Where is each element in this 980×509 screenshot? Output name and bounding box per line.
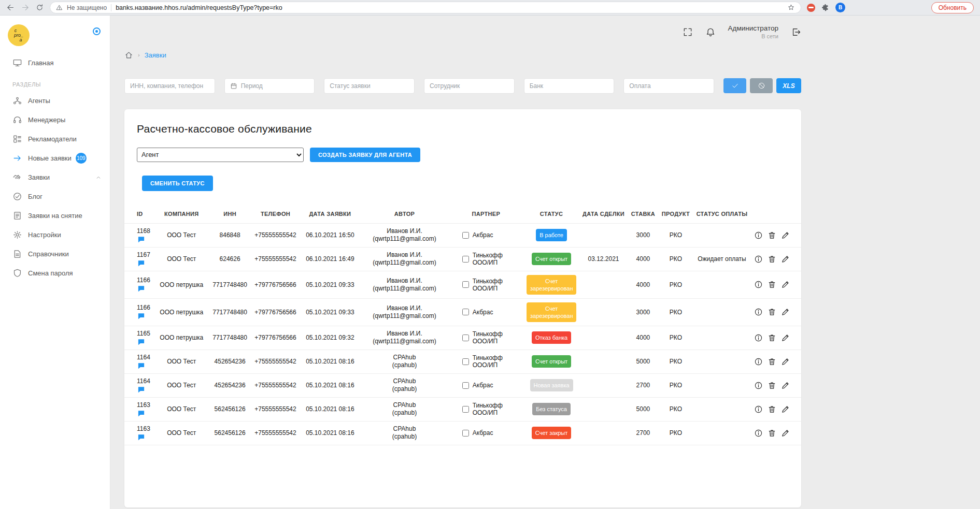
delete-icon[interactable] <box>768 381 776 390</box>
query-filter-input[interactable] <box>130 82 209 90</box>
fullscreen-icon[interactable] <box>683 27 693 37</box>
delete-icon[interactable] <box>768 308 776 316</box>
edit-icon[interactable] <box>781 255 790 264</box>
browser-profile-avatar[interactable]: B <box>835 3 845 12</box>
delete-icon[interactable] <box>768 333 776 342</box>
edit-icon[interactable] <box>781 429 790 438</box>
info-icon[interactable] <box>754 255 763 264</box>
edit-icon[interactable] <box>781 333 790 342</box>
sidebar-item-change-password[interactable]: Смена пароля <box>0 264 110 283</box>
partner-checkbox[interactable] <box>462 358 469 365</box>
info-icon[interactable] <box>754 429 763 438</box>
forward-icon[interactable] <box>21 3 30 12</box>
partner-checkbox[interactable] <box>462 232 469 239</box>
address-bar[interactable]: Не защищено banks.название.hhos.ru/admin… <box>50 2 801 13</box>
home-icon[interactable] <box>124 51 133 60</box>
edit-icon[interactable] <box>781 405 790 414</box>
chat-icon[interactable] <box>137 362 145 370</box>
edit-icon[interactable] <box>781 357 790 366</box>
refresh-page-button[interactable]: Обновить <box>931 2 974 13</box>
payment-status-cell: Ожидает оплаты <box>693 247 751 271</box>
breadcrumb-current[interactable]: Заявки <box>145 51 166 59</box>
sidebar-item-advertisers[interactable]: Рекламодатели <box>0 129 110 149</box>
column-header: АВТОР <box>360 206 448 224</box>
sidebar-item-agents[interactable]: Агенты <box>0 91 110 110</box>
info-icon[interactable] <box>754 231 763 240</box>
partner-checkbox[interactable] <box>462 382 469 389</box>
chat-icon[interactable] <box>137 410 145 417</box>
edit-icon[interactable] <box>781 280 790 289</box>
clear-filters-button[interactable] <box>750 78 773 93</box>
partner-checkbox[interactable] <box>462 309 469 315</box>
info-icon[interactable] <box>754 405 763 414</box>
column-header: ДАТА СДЕЛКИ <box>579 206 628 224</box>
partner-checkbox[interactable] <box>462 430 469 437</box>
delete-icon[interactable] <box>768 429 776 438</box>
delete-icon[interactable] <box>768 357 776 366</box>
chat-icon[interactable] <box>137 338 145 346</box>
chat-icon[interactable] <box>137 285 145 293</box>
deal-date-cell <box>579 223 628 247</box>
payment-filter-input[interactable] <box>629 82 708 90</box>
change-status-button[interactable]: СМЕНИТЬ СТАТУС <box>142 176 213 191</box>
partner-option: Акбрас <box>462 429 520 437</box>
chevron-up-icon <box>95 174 102 181</box>
create-request-button[interactable]: СОЗДАТЬ ЗАЯВКУ ДЛЯ АГЕНТА <box>310 148 420 162</box>
chat-icon[interactable] <box>137 386 145 394</box>
logout-icon[interactable] <box>791 27 801 37</box>
bell-icon[interactable] <box>705 27 716 37</box>
refresh-icon[interactable] <box>35 3 44 12</box>
author-email: (cpahub) <box>363 361 445 369</box>
partner-checkbox[interactable] <box>462 406 469 413</box>
edit-icon[interactable] <box>781 308 790 316</box>
back-icon[interactable] <box>6 3 15 12</box>
chat-icon[interactable] <box>137 312 145 320</box>
adblock-extension-icon[interactable] <box>807 4 815 12</box>
author-name: CPAhub <box>363 377 445 385</box>
agent-select[interactable]: Агент <box>137 148 304 162</box>
rate-cell: 4000 <box>628 247 659 271</box>
info-icon[interactable] <box>754 381 763 390</box>
delete-icon[interactable] <box>768 405 776 414</box>
partner-option: Акбрас <box>462 382 520 389</box>
sidebar-item-blog[interactable]: Блог <box>0 187 110 206</box>
info-icon[interactable] <box>754 357 763 366</box>
sidebar-item-withdrawal-requests[interactable]: Заявки на снятие <box>0 206 110 225</box>
sidebar-pin-target-icon[interactable] <box>93 27 101 35</box>
sidebar-item-home[interactable]: Главная <box>0 53 110 72</box>
partner-checkbox[interactable] <box>462 256 469 263</box>
delete-icon[interactable] <box>768 280 776 289</box>
partner-checkbox[interactable] <box>462 281 469 288</box>
period-filter-input[interactable] <box>241 82 309 90</box>
bank-filter-input[interactable] <box>530 82 609 90</box>
partner-option: Тинькофф ООО/ИП <box>462 330 520 345</box>
chat-icon[interactable] <box>137 433 145 441</box>
edit-icon[interactable] <box>781 231 790 240</box>
sidebar-item-directories[interactable]: Справочники <box>0 244 110 264</box>
delete-icon[interactable] <box>768 231 776 240</box>
sidebar-item-requests[interactable]: Заявки <box>0 168 110 187</box>
employee-filter-input[interactable] <box>430 82 509 90</box>
info-icon[interactable] <box>754 333 763 342</box>
edit-icon[interactable] <box>781 381 790 390</box>
partner-checkbox[interactable] <box>462 335 469 341</box>
request-status-filter-input[interactable] <box>330 82 409 90</box>
extensions-puzzle-icon[interactable] <box>821 3 830 12</box>
delete-icon[interactable] <box>768 255 776 264</box>
warning-icon[interactable] <box>56 4 63 11</box>
chat-icon[interactable] <box>137 259 145 267</box>
sidebar-item-new-requests[interactable]: Новые заявки109 <box>0 149 110 168</box>
chat-icon[interactable] <box>137 236 145 243</box>
payment-status-cell <box>693 223 751 247</box>
column-header: СТАТУС ОПЛАТЫ <box>693 206 751 224</box>
sidebar-item-settings[interactable]: Настройки <box>0 225 110 244</box>
info-icon[interactable] <box>754 308 763 316</box>
apply-filters-button[interactable] <box>723 78 746 93</box>
app-logo[interactable]: c pro_ a <box>8 24 30 46</box>
sidebar-item-label: Настройки <box>28 231 61 239</box>
sidebar-item-managers[interactable]: Менеджеры <box>0 110 110 129</box>
payment-status-cell <box>693 298 751 326</box>
bookmark-star-icon[interactable] <box>787 4 795 11</box>
export-xls-button[interactable]: XLS <box>776 78 801 93</box>
info-icon[interactable] <box>754 280 763 289</box>
